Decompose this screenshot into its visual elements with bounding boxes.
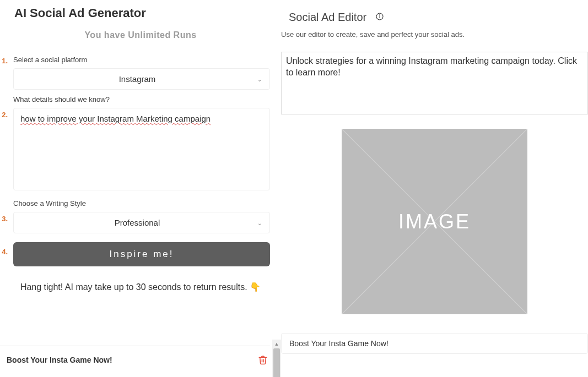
scrollbar-thumb[interactable]: [273, 348, 280, 377]
style-select-value: Professional: [115, 218, 160, 227]
svg-point-2: [380, 14, 380, 15]
runs-remaining: You have Unlimited Runs: [0, 30, 281, 40]
step-number-2: 2.: [0, 95, 8, 119]
style-select[interactable]: Professional ⌄: [13, 212, 270, 233]
cta-text-field[interactable]: Boost Your Insta Game Now!: [281, 333, 588, 354]
inspire-button[interactable]: Inspire me!: [13, 242, 270, 266]
chevron-down-icon: ⌄: [257, 76, 262, 82]
details-text: how to improve your Instagram Marketing …: [20, 114, 211, 123]
step-number-3: 3.: [0, 199, 8, 223]
step-number-1: 1.: [0, 56, 8, 65]
ad-text-editor[interactable]: [281, 52, 588, 114]
result-row[interactable]: Boost Your Insta Game Now!: [0, 346, 270, 377]
info-icon[interactable]: [375, 12, 384, 23]
scrollbar[interactable]: ▲: [272, 340, 281, 377]
trash-icon[interactable]: [258, 355, 268, 365]
image-placeholder-label: IMAGE: [398, 210, 471, 233]
details-label: What details should we know?: [13, 95, 270, 103]
style-label: Choose a Writing Style: [13, 199, 270, 207]
editor-subtitle: Use our editor to create, save and perfe…: [281, 30, 588, 39]
page-title: AI Social Ad Generator: [14, 6, 281, 20]
hang-tight-message: Hang tight! AI may take up to 30 seconds…: [0, 282, 281, 292]
point-down-icon: 👇: [250, 282, 261, 292]
platform-label: Select a social platform: [13, 56, 270, 64]
details-textarea[interactable]: how to improve your Instagram Marketing …: [13, 108, 270, 190]
editor-title: Social Ad Editor: [289, 11, 366, 24]
image-preview[interactable]: IMAGE: [342, 129, 527, 314]
step-number-4: 4.: [0, 242, 8, 256]
platform-select[interactable]: Instagram ⌄: [13, 68, 270, 90]
platform-select-value: Instagram: [119, 74, 156, 84]
result-title: Boost Your Insta Game Now!: [7, 356, 112, 364]
chevron-down-icon: ⌄: [257, 220, 262, 226]
scrollbar-up-arrow-icon[interactable]: ▲: [272, 340, 281, 348]
